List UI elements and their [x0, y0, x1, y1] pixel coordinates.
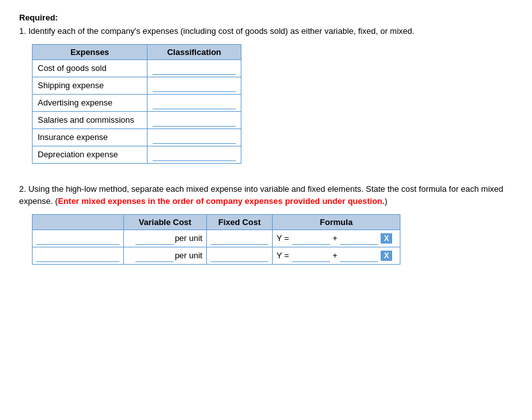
q1-number: 1.	[19, 26, 26, 36]
table-row: Cost of goods sold	[33, 59, 241, 77]
hl-variable-cell[interactable]: per unit	[124, 247, 207, 264]
per-unit-label: per unit	[175, 251, 202, 260]
hl-formula-cell[interactable]: Y =+X	[273, 247, 400, 264]
hl-variable-cell[interactable]: per unit	[124, 229, 207, 247]
classification-input[interactable]	[153, 97, 236, 109]
classification-cell[interactable]	[148, 146, 241, 163]
q2-body-end: )	[384, 196, 387, 206]
classification-input[interactable]	[153, 62, 236, 75]
per-unit-label: per unit	[175, 233, 202, 243]
formula-fixed-input[interactable]	[340, 249, 378, 262]
remove-row-button[interactable]: X	[381, 233, 392, 244]
expense-name-cell: Insurance expense	[33, 128, 148, 146]
hl-fixed-cell[interactable]	[207, 247, 273, 264]
hl-var-header: Variable Cost	[124, 214, 207, 229]
classification-input[interactable]	[153, 79, 236, 92]
q1-body: Identify each of the company's expenses …	[28, 26, 414, 36]
table-row: Insurance expense	[33, 128, 241, 146]
expense-name-cell: Cost of goods sold	[33, 59, 148, 77]
remove-row-button[interactable]: X	[381, 251, 392, 261]
hl-formula-header: Formula	[273, 214, 400, 229]
q2-body-red: Enter mixed expenses in the order of com…	[58, 196, 384, 206]
hl-variable-input[interactable]	[135, 249, 174, 262]
hl-fixed-input[interactable]	[211, 249, 268, 262]
hl-name-input[interactable]	[36, 249, 119, 262]
table-row: Shipping expense	[33, 77, 241, 94]
classification-cell[interactable]	[148, 94, 241, 111]
table-row: per unitY =+X	[33, 229, 400, 247]
highlow-table: Variable Cost Fixed Cost Formula per uni…	[32, 214, 400, 265]
expense-name-cell: Shipping expense	[33, 77, 148, 94]
table-row: Advertising expense	[33, 94, 241, 111]
classification-cell[interactable]	[148, 77, 241, 94]
required-label: Required:	[19, 13, 513, 22]
q1-text: 1. Identify each of the company's expens…	[19, 25, 513, 38]
expense-name-cell: Advertising expense	[33, 94, 148, 111]
formula-var-input[interactable]	[292, 249, 330, 262]
table-row: per unitY =+X	[33, 247, 400, 264]
table-row: Depreciation expense	[33, 146, 241, 163]
required-block: Required: 1. Identify each of the compan…	[19, 13, 513, 164]
y-equals-label: Y =	[277, 251, 289, 260]
q2-number: 2.	[19, 184, 26, 194]
y-equals-label: Y =	[277, 233, 289, 243]
formula-fixed-input[interactable]	[340, 232, 378, 245]
plus-label: +	[333, 251, 338, 260]
plus-label: +	[333, 233, 338, 243]
hl-fixed-header: Fixed Cost	[207, 214, 273, 229]
q2-block: 2. Using the high-low method, separate e…	[19, 183, 513, 265]
classification-header: Classification	[148, 44, 241, 59]
table-row: Salaries and commissions	[33, 111, 241, 128]
expense-name-cell: Depreciation expense	[33, 146, 148, 163]
hl-name-cell[interactable]	[33, 229, 124, 247]
classification-cell[interactable]	[148, 111, 241, 128]
hl-fixed-cell[interactable]	[207, 229, 273, 247]
classification-input[interactable]	[153, 131, 236, 144]
classification-cell[interactable]	[148, 128, 241, 146]
hl-formula-cell[interactable]: Y =+X	[273, 229, 400, 247]
expenses-header: Expenses	[33, 44, 148, 59]
expense-name-cell: Salaries and commissions	[33, 111, 148, 128]
hl-name-cell[interactable]	[33, 247, 124, 264]
hl-variable-input[interactable]	[135, 232, 174, 245]
hl-empty-header	[33, 214, 124, 229]
hl-fixed-input[interactable]	[211, 232, 268, 245]
expense-classification-table: Expenses Classification Cost of goods so…	[32, 44, 241, 164]
classification-input[interactable]	[153, 148, 236, 161]
classification-cell[interactable]	[148, 59, 241, 77]
formula-var-input[interactable]	[292, 232, 330, 245]
hl-name-input[interactable]	[36, 232, 119, 245]
classification-input[interactable]	[153, 114, 236, 127]
q2-text: 2. Using the high-low method, separate e…	[19, 183, 513, 208]
